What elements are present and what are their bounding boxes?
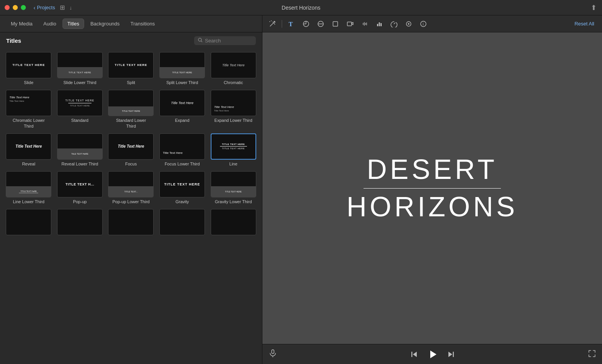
title-item-expand[interactable]: Title Text Here Expand — [158, 89, 206, 130]
title-item-line[interactable]: TITLE TEXT HERE TITLE TEXT HERE Line — [209, 133, 257, 167]
traffic-lights — [5, 5, 26, 10]
tab-backgrounds[interactable]: Backgrounds — [86, 19, 124, 29]
tab-transitions[interactable]: Transitions — [126, 19, 159, 29]
skip-forward-button[interactable] — [445, 348, 457, 361]
title-item-blank2[interactable] — [56, 208, 104, 238]
title-item-slide[interactable]: TITLE TEXT HERE Slide — [5, 51, 53, 86]
tab-audio[interactable]: Audio — [39, 19, 61, 29]
microphone-button[interactable] — [269, 349, 277, 359]
gravity-lower-third-text: TITLE TEXT HERE — [225, 190, 242, 193]
svg-rect-11 — [379, 22, 380, 26]
play-button[interactable] — [426, 348, 439, 361]
svg-rect-9 — [347, 22, 352, 26]
standard-text2: TITLE TEXT HERE — [65, 104, 94, 107]
title-thumb-blank2 — [57, 209, 103, 235]
title-thumb-focus-lower-third: Title Text Here — [159, 133, 205, 160]
svg-rect-12 — [380, 23, 382, 26]
magic-wand-icon[interactable] — [267, 19, 278, 29]
line-text1: TITLE TEXT HERE — [220, 143, 247, 145]
title-name-expand-lower-third: Expand Lower Third — [215, 118, 252, 123]
share-icon[interactable]: ⬆ — [591, 3, 597, 12]
tab-titles[interactable]: Titles — [63, 19, 85, 29]
standard-text1: TITLE TEXT HERE — [65, 99, 94, 102]
maximize-button[interactable] — [21, 5, 26, 10]
svg-rect-23 — [453, 352, 454, 357]
line-divider — [220, 146, 247, 147]
video-icon[interactable] — [345, 19, 355, 29]
search-icon — [198, 38, 203, 44]
expand-lower-third-content: Title Text Here Title Text Here — [214, 103, 234, 112]
titles-heading: Titles — [6, 37, 21, 44]
tab-my-media[interactable]: My Media — [6, 19, 37, 29]
svg-text:i: i — [423, 22, 424, 26]
title-item-slide-lower-third[interactable]: TITLE TEXT HERE Slide Lower Third — [56, 51, 104, 86]
library-icon[interactable]: ⊞ — [60, 4, 65, 11]
title-thumb-gravity-lower-third: TITLE TEXT HERE — [211, 171, 256, 197]
popup-lower-third-bar: TITLE TEXT... — [108, 186, 153, 197]
search-box[interactable] — [194, 36, 256, 45]
transport-left — [269, 349, 277, 359]
back-label[interactable]: Projects — [37, 5, 55, 10]
close-button[interactable] — [5, 5, 10, 10]
title-item-standard-lower-third[interactable]: TITLE TEXT HERE Standard LowerThird — [107, 89, 155, 130]
title-item-popup-lower-third[interactable]: TITLE TEXT... Pop-up Lower Third — [107, 170, 155, 205]
reset-all-button[interactable]: Reset All — [572, 19, 597, 28]
title-item-blank1[interactable] — [5, 208, 53, 238]
title-thumb-chromatic-lower-third: Title Text Here Title Text Here — [6, 90, 51, 116]
transport-bar — [262, 344, 602, 364]
preview-title-divider — [364, 188, 501, 189]
skip-back-button[interactable] — [408, 348, 420, 361]
expand-thumb-text: Title Text Here — [171, 101, 193, 105]
title-item-blank5[interactable] — [209, 208, 257, 238]
stabilize-icon[interactable] — [403, 19, 414, 29]
title-item-chromatic[interactable]: Title Text Here Chromatic — [209, 51, 257, 86]
title-item-popup[interactable]: TITLE TEXT H... Pop-up — [56, 170, 104, 205]
title-item-blank4[interactable] — [158, 208, 206, 238]
title-item-gravity[interactable]: TITLE TEXT HERE Gravity — [158, 170, 206, 205]
title-item-blank3[interactable] — [107, 208, 155, 238]
title-item-split[interactable]: TITLE TEXT HERE Split — [107, 51, 155, 86]
svg-marker-22 — [448, 352, 452, 357]
title-item-split-lower-third[interactable]: TITLE TEXT HERE Split Lower Third — [158, 51, 206, 86]
left-panel: My Media Audio Titles Backgrounds Transi… — [0, 15, 262, 364]
title-name-slide: Slide — [24, 80, 33, 85]
title-thumb-blank1 — [6, 209, 51, 235]
paint-icon[interactable] — [301, 19, 311, 29]
chart-icon[interactable] — [374, 19, 385, 29]
search-input[interactable] — [205, 38, 252, 44]
title-item-line-lower-third[interactable]: TITLE TEXT HeRE Line Lower Third — [5, 170, 53, 205]
title-item-focus-lower-third[interactable]: Title Text Here Focus Lower Third — [158, 133, 206, 167]
title-name-line: Line — [229, 161, 237, 167]
minimize-button[interactable] — [13, 5, 18, 10]
title-item-expand-lower-third[interactable]: Title Text Here Title Text Here Expand L… — [209, 89, 257, 130]
lower-third-bar: TITLE TEXT HERE — [57, 67, 102, 78]
svg-marker-21 — [430, 351, 436, 358]
focus-thumb-text: Title Text Here — [118, 144, 144, 148]
title-item-gravity-lower-third[interactable]: TITLE TEXT HERE Gravity Lower Third — [209, 170, 257, 205]
title-name-gravity: Gravity — [176, 199, 189, 204]
title-item-reveal-lower-third[interactable]: TitLE TEXT HeRE Reveal Lower Third — [56, 133, 104, 167]
line-lower-third-text1: TITLE TEXT HeRE — [19, 190, 38, 192]
toolbar: T — [262, 15, 602, 32]
back-button[interactable]: ‹ Projects — [34, 5, 55, 11]
text-style-icon[interactable]: T — [286, 19, 297, 29]
audio-icon[interactable] — [359, 19, 370, 29]
title-thumb-standard: TITLE TEXT HERE TITLE TEXT HERE — [57, 90, 103, 116]
speed-icon[interactable] — [389, 19, 399, 29]
slide-lower-third-text: TITLE TEXT HERE — [68, 71, 91, 74]
info-icon[interactable]: i — [418, 19, 429, 29]
svg-rect-10 — [377, 24, 378, 26]
title-item-reveal[interactable]: Title Text Here Reveal — [5, 133, 53, 167]
fullscreen-button[interactable] — [588, 350, 596, 359]
title-name-split-lower-third: Split Lower Third — [166, 80, 198, 85]
split-lower-third-text: TITLE TEXT HERE — [172, 71, 192, 74]
title-item-chromatic-lower-third[interactable]: Title Text Here Title Text Here Chromati… — [5, 89, 53, 130]
title-thumb-slide: TITLE TEXT HERE — [6, 52, 51, 78]
title-item-focus[interactable]: Title Text Here Focus — [107, 133, 155, 167]
navigate-down-icon[interactable]: ↓ — [69, 5, 72, 11]
crop-icon[interactable] — [330, 19, 341, 29]
title-name-reveal: Reveal — [22, 161, 35, 167]
title-item-standard[interactable]: TITLE TEXT HERE TITLE TEXT HERE Standard — [56, 89, 104, 130]
color-icon[interactable] — [315, 19, 326, 29]
line-content: TITLE TEXT HERE TITLE TEXT HERE — [220, 143, 247, 150]
